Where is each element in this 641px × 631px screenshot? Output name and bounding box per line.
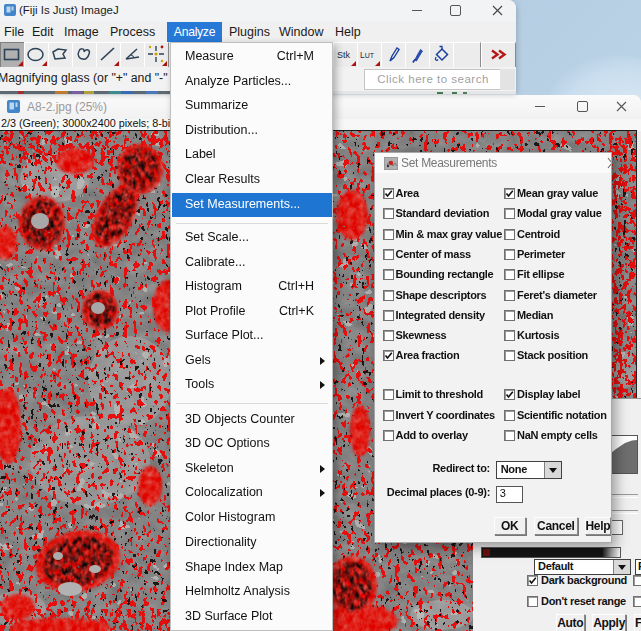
svg-text:LUT: LUT <box>360 50 375 60</box>
svg-text:Stk: Stk <box>337 50 351 60</box>
